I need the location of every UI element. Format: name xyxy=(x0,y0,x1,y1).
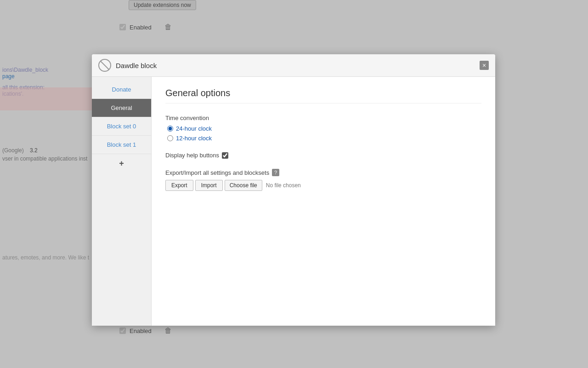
time-convention-label: Time convention xyxy=(165,115,481,121)
no-file-text: No file chosen xyxy=(266,182,301,189)
export-import-label-row: Export/Import all settings and blocksets… xyxy=(165,169,481,176)
modal-body: Donate General Block set 0 Block set 1 +… xyxy=(92,77,495,326)
export-import-label-text: Export/Import all settings and blocksets xyxy=(165,169,269,176)
modal-header: Dawdle block × xyxy=(92,54,495,77)
button-row: Export Import Choose file No file chosen xyxy=(165,180,481,191)
time-convention-group: Time convention 24-hour clock 12-hour cl… xyxy=(165,115,481,142)
svg-line-1 xyxy=(101,61,109,69)
modal-close-button[interactable]: × xyxy=(480,61,489,70)
dawdle-block-icon xyxy=(98,59,111,72)
display-help-buttons-row: Display help buttons xyxy=(165,152,481,159)
radio-12hour-input[interactable] xyxy=(167,135,173,141)
radio-group: 24-hour clock 12-hour clock xyxy=(167,125,481,142)
radio-24hour-input[interactable] xyxy=(167,126,173,132)
section-title: General options xyxy=(165,88,481,104)
sidebar-item-blockset1[interactable]: Block set 1 xyxy=(92,136,151,154)
choose-file-button[interactable]: Choose file xyxy=(225,180,262,191)
modal-dialog: Dawdle block × Donate General Block set … xyxy=(92,54,495,326)
export-import-help-badge[interactable]: ? xyxy=(272,169,279,176)
export-button[interactable]: Export xyxy=(165,180,193,191)
radio-24hour-label: 24-hour clock xyxy=(176,125,212,132)
display-help-label: Display help buttons xyxy=(165,152,219,159)
sidebar-item-general[interactable]: General xyxy=(92,99,151,117)
main-content: General options Time convention 24-hour … xyxy=(152,77,495,326)
radio-12hour[interactable]: 12-hour clock xyxy=(167,135,481,142)
add-blockset-button[interactable]: + xyxy=(92,154,151,173)
radio-24hour[interactable]: 24-hour clock xyxy=(167,125,481,132)
radio-12hour-label: 12-hour clock xyxy=(176,135,212,142)
sidebar-item-donate[interactable]: Donate xyxy=(92,80,151,99)
display-help-checkbox[interactable] xyxy=(222,152,228,159)
sidebar-item-blockset0[interactable]: Block set 0 xyxy=(92,117,151,136)
import-button[interactable]: Import xyxy=(195,180,223,191)
export-import-row: Export/Import all settings and blocksets… xyxy=(165,169,481,191)
sidebar: Donate General Block set 0 Block set 1 + xyxy=(92,77,152,326)
modal-title: Dawdle block xyxy=(116,62,480,69)
